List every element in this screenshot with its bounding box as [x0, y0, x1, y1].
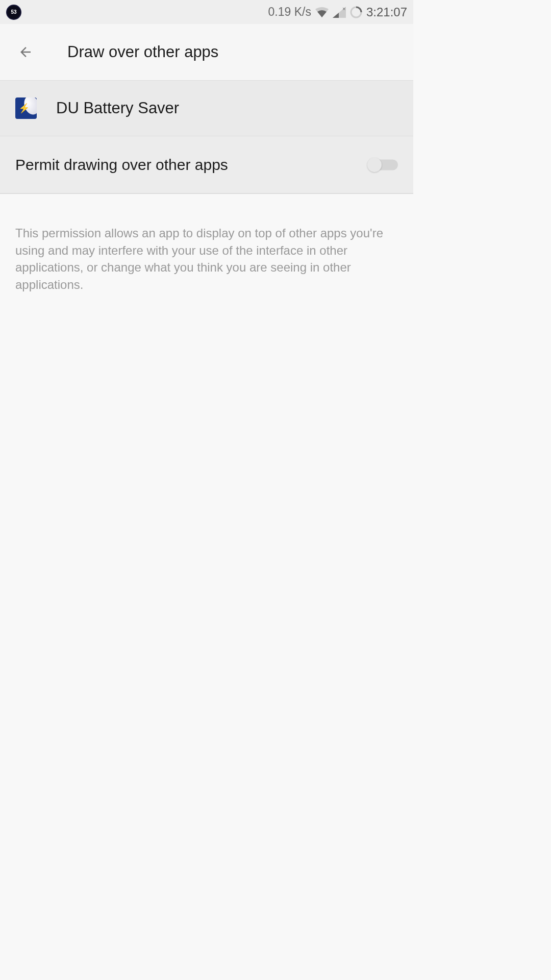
status-right: 0.19 K/s × 3:21:07 — [268, 5, 407, 19]
permission-description: This permission allows an app to display… — [0, 194, 413, 324]
permission-row[interactable]: Permit drawing over other apps — [0, 136, 413, 194]
app-name: DU Battery Saver — [56, 99, 179, 117]
arrow-left-icon — [18, 44, 33, 60]
signal-icon: × — [333, 7, 346, 18]
wifi-icon — [315, 7, 329, 17]
notification-count: 53 — [11, 9, 16, 15]
clock: 3:21:07 — [366, 5, 407, 19]
app-bar: Draw over other apps — [0, 24, 413, 81]
page-title: Draw over other apps — [67, 43, 218, 61]
app-header-row: ⚡ DU Battery Saver — [0, 81, 413, 136]
app-icon: ⚡ — [15, 97, 37, 119]
svg-text:×: × — [342, 7, 345, 12]
permission-label: Permit drawing over other apps — [15, 156, 228, 174]
loading-circle-icon — [350, 6, 362, 18]
permission-toggle[interactable] — [367, 157, 398, 173]
status-left: 53 — [6, 5, 21, 20]
notification-badge[interactable]: 53 — [6, 5, 21, 20]
status-bar[interactable]: 53 0.19 K/s × 3:21:07 — [0, 0, 413, 24]
toggle-thumb — [367, 158, 382, 172]
back-button[interactable] — [15, 42, 36, 62]
network-speed: 0.19 K/s — [268, 5, 311, 19]
